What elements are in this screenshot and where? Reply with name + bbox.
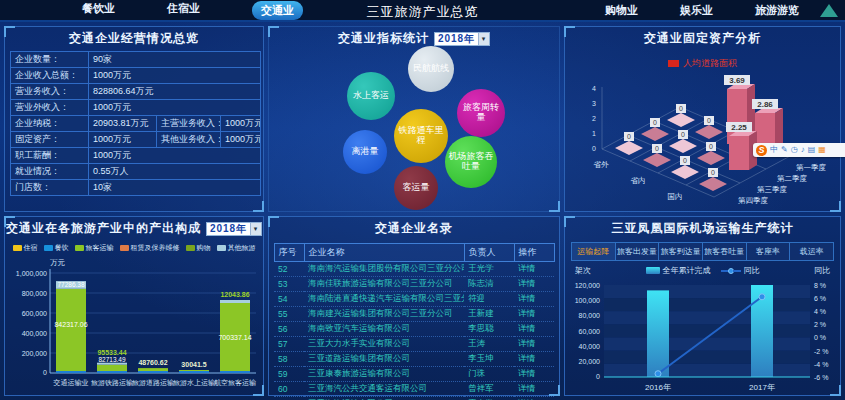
nav-item-catering[interactable]: 餐饮业 [82, 1, 115, 20]
tab-departing-passengers[interactable]: 旅客出发量 [616, 243, 660, 260]
detail-link[interactable]: 详情 [514, 322, 554, 337]
assets-3d-chart: 4 3 2 1 0 0 0 0 0 0 0 0 0 0 [565, 72, 840, 212]
svg-text:0: 0 [681, 131, 685, 138]
table-row: 企业数量： 90家 [11, 52, 261, 68]
svg-text:第一季度: 第一季度 [796, 163, 827, 172]
row-value: 0.55万人 [89, 164, 261, 180]
svg-text:48760.62: 48760.62 [138, 359, 167, 366]
year-dropdown-value: 2018年 [435, 32, 478, 46]
year-dropdown[interactable]: 2018年 [206, 222, 262, 236]
svg-text:0: 0 [627, 133, 631, 140]
table-row: 就业情况： 0.55万人 [11, 164, 261, 180]
clock-icon[interactable]: ◷ [791, 143, 798, 157]
toolbox-icon[interactable]: ▦ [818, 143, 826, 157]
table-row: 营业外收入： 1000万元 [11, 100, 261, 116]
legend-swatch [217, 245, 226, 251]
table-row: 52海南海汽运输集团股份有限公司三亚分公司王光学详情 [274, 262, 554, 277]
keyboard-icon[interactable]: ▤ [808, 143, 816, 157]
nav-item-lodging[interactable]: 住宿业 [167, 1, 200, 20]
bubble-passenger-volume: 客运量 [394, 166, 438, 210]
svg-text:0: 0 [711, 169, 715, 176]
chart-legend: 人均道路面积 [565, 57, 840, 70]
detail-link[interactable]: 详情 [514, 307, 554, 322]
sogou-ime-toolbar[interactable]: S 中 ✎ ◷ ♪ ▤ ▦ [753, 143, 845, 157]
detail-link[interactable]: 详情 [514, 292, 554, 307]
table-row: 59三亚康泰旅游运输有限公司门珠详情 [274, 367, 554, 382]
tab-load-factor[interactable]: 客座率 [747, 243, 791, 260]
home-triangle-icon[interactable] [820, 4, 838, 17]
svg-text:第二季度: 第二季度 [777, 174, 808, 183]
nav-item-transport[interactable]: 交通业 [252, 1, 303, 20]
table-row: 门店数： 10家 [11, 180, 261, 196]
table-row: 61三亚海汽运输有限公司王光学详情 [274, 397, 554, 400]
sogou-logo-icon[interactable]: S [756, 145, 767, 156]
tab-carrying-rate[interactable]: 载运率 [790, 243, 833, 260]
svg-text:0: 0 [707, 117, 711, 124]
airport-combo-chart: 120,000 100,000 80,000 60,000 40,000 20,… [570, 277, 836, 399]
svg-text:-2 %: -2 % [814, 348, 828, 355]
handwriting-pen-icon[interactable]: ✎ [781, 143, 788, 157]
svg-text:0: 0 [43, 369, 47, 376]
chevron-down-icon[interactable] [250, 223, 261, 235]
row-value: 20903.81万元 [89, 116, 157, 132]
detail-link[interactable]: 详情 [514, 367, 554, 382]
svg-text:842317.06: 842317.06 [54, 321, 87, 328]
svg-text:旅游铁路运输: 旅游铁路运输 [91, 379, 133, 387]
panel-fixed-assets: 交通业固定资产分析 人均道路面积 4 3 2 1 0 0 0 [564, 26, 841, 212]
table-row: 58三亚道路运输集团有限公司李玉坤详情 [274, 352, 554, 367]
table-row: 固定资产： 1000万元 其他业务收入： 1000万元 [11, 132, 261, 148]
svg-text:800,000: 800,000 [22, 290, 47, 297]
yoy-point-2017 [759, 294, 765, 300]
svg-text:8 %: 8 % [814, 282, 826, 289]
stacked-bar: 30041.5 [179, 361, 209, 374]
tab-arriving-passengers[interactable]: 旅客到达量 [659, 243, 703, 260]
legend-swatch [75, 245, 84, 251]
svg-text:2016年: 2016年 [645, 383, 671, 392]
table-row: 54海南陆港直通快递汽车运输有限公司三亚分公司符迎详情 [274, 292, 554, 307]
nav-item-sightseeing[interactable]: 旅游游览 [755, 3, 799, 18]
table-row: 56海南致亚汽车运输有限公司李思聪详情 [274, 322, 554, 337]
row-value: 828806.64万元 [89, 84, 261, 100]
chinese-mode-icon[interactable]: 中 [770, 143, 778, 157]
legend-line-swatch [721, 268, 741, 274]
year-dropdown[interactable]: 2018年 [434, 32, 490, 46]
panel-title: 三亚凤凰国际机场运输生产统计 [565, 217, 840, 237]
svg-text:旅游水上运输: 旅游水上运输 [173, 379, 215, 387]
bubble-water-passenger: 水上客运 [347, 72, 395, 120]
nav-item-shopping[interactable]: 购物业 [605, 3, 638, 18]
bubble-passenger-turnover: 旅客周转量 [457, 89, 505, 137]
row-value: 1000万元 [89, 68, 261, 84]
page-title: 三亚旅游产业总览 [367, 3, 479, 21]
svg-text:2017年: 2017年 [749, 383, 775, 392]
detail-link[interactable]: 详情 [514, 352, 554, 367]
detail-link[interactable]: 详情 [514, 382, 554, 397]
svg-text:77286.38: 77286.38 [57, 281, 84, 288]
top-nav: 餐饮业 住宿业 交通业 三亚旅游产业总览 购物业 娱乐业 旅游游览 [0, 0, 845, 22]
left-axis-label: 架次 [575, 265, 591, 276]
svg-text:2.86: 2.86 [757, 100, 773, 109]
svg-text:万元: 万元 [50, 258, 66, 267]
row-label: 营业外收入： [11, 100, 89, 116]
detail-link[interactable]: 详情 [514, 337, 554, 352]
mic-icon[interactable]: ♪ [801, 143, 805, 157]
nav-item-entertainment[interactable]: 娱乐业 [680, 3, 713, 18]
bubble-airport-throughput: 机场旅客吞吐量 [445, 136, 497, 188]
table-row: 企业纳税： 20903.81万元 主营业务收入： 1000万元 [11, 116, 261, 132]
tab-takeoff-landing[interactable]: 运输起降 [572, 243, 616, 260]
chevron-down-icon[interactable] [478, 33, 489, 45]
panel-title: 交通企业经营情况总览 [5, 27, 263, 47]
panel-title: 交通业在各旅游产业中的产出构成 2018年 [5, 217, 263, 237]
tab-passenger-throughput[interactable]: 旅客吞吐量 [703, 243, 747, 260]
svg-text:2.25: 2.25 [731, 123, 747, 132]
row-label: 主营业务收入： [157, 116, 221, 132]
detail-link[interactable]: 详情 [514, 397, 554, 400]
svg-text:省外: 省外 [594, 160, 610, 169]
stacked-bar: 12043.86 700337.14 [218, 291, 251, 373]
svg-text:82713.49: 82713.49 [98, 356, 125, 363]
detail-link[interactable]: 详情 [514, 277, 554, 292]
row-value: 1000万元 [89, 132, 157, 148]
svg-text:1: 1 [592, 130, 596, 137]
svg-text:-6 %: -6 % [814, 374, 828, 381]
detail-link[interactable]: 详情 [514, 262, 554, 277]
panel-business-overview: 交通企业经营情况总览 企业数量： 90家 企业收入总额： 1000万元 营业务收… [4, 26, 264, 212]
